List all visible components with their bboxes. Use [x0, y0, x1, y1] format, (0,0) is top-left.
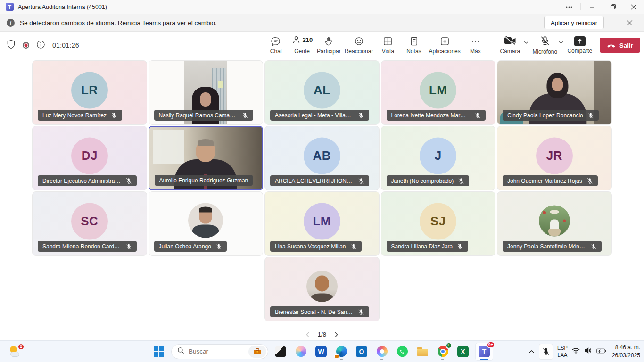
participant-tile[interactable]: AL Asesoria Legal - Meta - Villavicen... [264, 60, 380, 125]
mic-options-chevron-icon[interactable] [558, 38, 564, 46]
taskbar-copilot-icon[interactable] [293, 342, 309, 361]
teams-active-indicator [480, 359, 488, 360]
avatar: LR [71, 72, 108, 108]
tray-clock[interactable]: 8:46 a. m. 26/03/2025 [612, 344, 640, 359]
taskbar-file-explorer-icon[interactable] [414, 342, 430, 361]
maximize-button[interactable] [603, 0, 623, 14]
window-more-icon[interactable] [559, 0, 579, 14]
participant-name: Janeth (No comprobado) [391, 178, 454, 184]
view-button[interactable]: Vista [375, 32, 401, 59]
participant-tile[interactable]: SJ Sandra Liliana Diaz Jara [381, 191, 496, 256]
participant-photo [306, 271, 338, 302]
mic-muted-icon [125, 178, 132, 184]
taskbar-whatsapp-icon[interactable] [394, 342, 410, 361]
participant-tile[interactable]: DJ Director Ejecutivo Administración... [32, 126, 147, 190]
participant-tile[interactable]: LM Lorena Ivette Mendoza Marmolejo [381, 60, 496, 125]
taskbar-widgets-icon[interactable]: 2 [8, 344, 24, 360]
notification-bar: i Se detectaron cambios de idioma. Reini… [0, 14, 644, 32]
search-work-badge [248, 346, 266, 358]
participant-tile[interactable]: Julian Ochoa Arango [149, 191, 264, 256]
participant-tile[interactable]: JR John Oueimer Martinez Rojas [497, 126, 612, 190]
avatar: SC [71, 203, 108, 239]
taskbar-paint-icon[interactable] [374, 342, 390, 361]
participant-name-bar: John Oueimer Martinez Rojas [503, 175, 598, 186]
taskbar-chrome-icon[interactable]: L [435, 342, 451, 361]
taskbar-teams-icon[interactable]: T 9+ [475, 343, 493, 361]
meeting-toolbar: 01:01:26 Chat 210 Gente Participar Reacc… [0, 32, 644, 59]
notes-button[interactable]: Notas [401, 32, 427, 59]
raise-hand-button[interactable]: Participar [315, 32, 343, 59]
participant-name-bar: Jenny Paola Santofimio Méndez [503, 241, 602, 252]
taskbar-outlook-icon[interactable]: O [354, 342, 370, 361]
avatar: SJ [420, 203, 456, 239]
teams-meeting-window: T Apertura Auditoria Interna (45001) i S… [0, 0, 644, 362]
page-next-icon[interactable] [334, 331, 339, 338]
participant-tile[interactable]: AB ARCILA ECHEVERRI JHON BAYRO... [264, 126, 380, 190]
more-dots-icon [471, 36, 480, 46]
participant-name-bar: Janeth (No comprobado) [387, 175, 470, 186]
notification-close-icon[interactable] [621, 16, 637, 30]
windows-logo-icon [154, 346, 164, 357]
participant-tile[interactable]: SC Sandra Milena Rendon Cardenas [32, 191, 147, 256]
participant-name-bar: Asesoria Legal - Meta - Villavicen... [270, 110, 369, 121]
taskbar-app-icon[interactable] [272, 342, 289, 361]
shield-icon[interactable] [7, 40, 16, 51]
people-button[interactable]: 210 Gente [289, 32, 315, 59]
tray-wifi-icon[interactable] [572, 347, 580, 356]
mic-muted-icon [457, 243, 463, 250]
mic-off-icon [540, 36, 550, 47]
close-button[interactable] [623, 0, 644, 14]
participant-tile[interactable]: Naslly Raquel Ramos Camacho (... [149, 60, 264, 125]
taskbar-search[interactable] [171, 344, 268, 359]
react-button[interactable]: Reaccionar [343, 32, 375, 59]
tray-mic-muted-icon[interactable] [539, 344, 553, 360]
participant-name-bar: Director Ejecutivo Administración... [38, 175, 137, 186]
meeting-info-icon[interactable] [36, 40, 45, 51]
apply-restart-button[interactable]: Aplicar y reiniciar [544, 16, 604, 29]
chrome-profile-badge: L [446, 342, 452, 349]
minimize-button[interactable] [582, 0, 603, 14]
chat-icon [271, 36, 281, 46]
tray-chevron-up-icon[interactable] [528, 347, 535, 356]
page-previous-icon[interactable] [305, 331, 310, 338]
participant-tile-speaking[interactable]: Aurelio Enrique Rodriguez Guzman [149, 126, 264, 190]
camera-button[interactable]: Cámara [497, 36, 523, 55]
participant-tile[interactable]: LM Lina Susana Vasquez Millan [264, 191, 380, 256]
tray-volume-icon[interactable] [584, 347, 592, 356]
taskbar-word-icon[interactable]: W [313, 342, 329, 361]
widgets-badge: 2 [17, 343, 25, 350]
more-button[interactable]: Más [462, 32, 488, 59]
taskbar-excel-icon[interactable]: X [455, 342, 471, 361]
taskbar-edge-icon[interactable] [333, 342, 349, 361]
apps-button[interactable]: Aplicaciones [427, 32, 462, 59]
meeting-timer: 01:01:26 [52, 41, 79, 49]
people-icon [291, 35, 301, 46]
chat-button[interactable]: Chat [263, 32, 289, 59]
start-button[interactable] [151, 342, 167, 361]
mic-muted-icon [350, 243, 357, 250]
avatar: LM [420, 72, 456, 108]
participant-name-bar: Lorena Ivette Mendoza Marmolejo [387, 110, 486, 121]
share-button[interactable]: Comparte [567, 36, 593, 54]
windows-taskbar: 2 W O L X T 9+ [0, 340, 644, 362]
participant-tile[interactable]: Cindy Paola Lopez Roncancio [497, 60, 612, 125]
participant-tile[interactable]: LR Luz Mery Novoa Ramírez [32, 60, 147, 125]
search-input[interactable] [189, 348, 244, 355]
title-bar: T Apertura Auditoria Interna (45001) [0, 0, 644, 14]
participant-tile[interactable]: Bienestar Social - N. De Santande... [264, 257, 380, 321]
recording-icon[interactable] [23, 42, 29, 49]
participant-name-bar: Aurelio Enrique Rodriguez Guzman [155, 175, 253, 186]
participant-name-bar: Sandra Milena Rendon Cardenas [38, 241, 137, 252]
camera-off-icon [504, 36, 516, 47]
participant-name: Asesoria Legal - Meta - Villavicen... [275, 112, 354, 119]
participant-name-bar: Bienestar Social - N. De Santande... [270, 306, 369, 317]
tray-battery-icon[interactable] [596, 347, 607, 356]
participant-tile[interactable]: J Janeth (No comprobado) [381, 126, 496, 190]
participant-name: Naslly Raquel Ramos Camacho (... [159, 112, 238, 119]
participant-tile[interactable]: Jenny Paola Santofimio Méndez [497, 191, 612, 256]
leave-button[interactable]: Salir [600, 38, 640, 53]
microphone-button[interactable]: Micrófono [532, 36, 558, 55]
tray-language-indicator[interactable]: ESP LAA [557, 345, 568, 358]
mic-muted-icon [474, 112, 481, 119]
camera-options-chevron-icon[interactable] [523, 38, 529, 46]
